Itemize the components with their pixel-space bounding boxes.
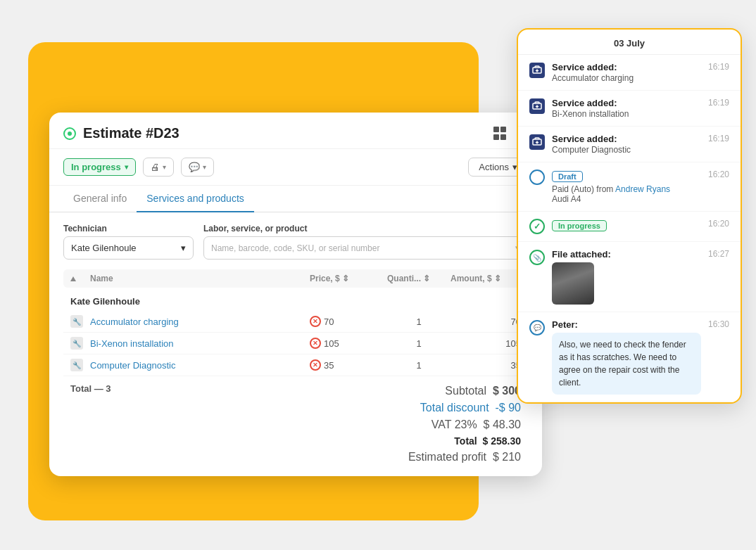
tab-bar: General info Services and products (49, 186, 542, 212)
subtotal-line: Subtotal $ 300 (445, 383, 521, 399)
tl-time: 16:30 (708, 319, 729, 329)
tl-title: Service added: (552, 134, 701, 144)
timeline-item-3: Draft Paid (Auto) from Andrew RyansAudi … (518, 162, 741, 212)
timeline-card: 03 July Service added: Accumulator charg… (517, 28, 742, 404)
table-header: Name Price, $ ⇕ Quanti... ⇕ Amount, $ ⇕ (63, 269, 528, 288)
tl-title: Service added: (552, 62, 701, 72)
labor-placeholder: Name, barcode, code, SKU, or serial numb… (211, 243, 379, 253)
tl-time: 16:19 (708, 134, 729, 143)
author-link[interactable]: Andrew Ryans (615, 184, 670, 194)
timeline-item-4: ✓ In progress 16:20 (518, 212, 741, 242)
technician-value: Kate Gilenhoule (71, 243, 137, 253)
tl-subtitle: Bi-Xenon installation (552, 109, 701, 119)
actions-label: Actions (479, 162, 509, 172)
amount-value: 105 (451, 338, 521, 349)
print-button[interactable]: 🖨 ▾ (143, 158, 174, 177)
timeline-content: Service added: Computer Diagnostic (552, 134, 701, 155)
amount-value: 70 (451, 316, 521, 327)
discount-label: Total discount (420, 402, 489, 414)
tl-person-name: Peter: (552, 319, 701, 330)
status-chevron-icon: ▾ (125, 163, 128, 171)
status-indicator-icon (63, 127, 76, 140)
print-icon: 🖨 (151, 162, 160, 172)
item-name[interactable]: Computer Diagnostic (90, 360, 310, 371)
discount-line: Total discount -$ 90 (420, 400, 521, 416)
total-count: Total — 3 (70, 383, 111, 465)
technician-field-group: Technician Kate Gilenhoule ▾ (63, 224, 194, 260)
profit-value: $ 210 (493, 451, 521, 463)
card-title: Estimate #D23 (83, 125, 493, 141)
tl-time: 16:19 (708, 98, 729, 108)
timeline-date: 03 July (518, 30, 741, 55)
row-service-icon (70, 315, 83, 328)
tl-subtitle: Computer Diagnostic (552, 145, 701, 155)
timeline-content: Service added: Accumulator charging (552, 62, 701, 83)
qty-value: 1 (387, 316, 451, 327)
price-value: 70 (324, 316, 334, 327)
qr-icon[interactable] (493, 127, 508, 141)
labor-label: Labor, service, or product (203, 224, 528, 234)
tab-services-products[interactable]: Services and products (137, 186, 254, 212)
labor-input[interactable]: Name, barcode, code, SKU, or serial numb… (203, 236, 528, 260)
tl-title: Service added: (552, 98, 701, 108)
profit-label: Estimated profit (408, 451, 486, 463)
timeline-item-5: 📎 File attached: 16:27 (518, 242, 741, 312)
draft-icon (529, 170, 545, 185)
total-label: Total (454, 435, 477, 447)
timeline-content: In progress (552, 219, 701, 231)
qty-value: 1 (387, 338, 451, 349)
table-row: Accumulator charging ✕ 70 1 70 (63, 311, 528, 333)
labor-field-group: Labor, service, or product Name, barcode… (203, 224, 528, 260)
timeline-content: Draft Paid (Auto) from Andrew RyansAudi … (552, 170, 701, 204)
tl-time: 16:20 (708, 219, 729, 229)
chat-chevron-icon: ▾ (203, 163, 206, 171)
subtotal-label: Subtotal (445, 385, 486, 397)
chat-icon: 💬 (189, 162, 200, 172)
draft-badge: Draft (552, 171, 583, 182)
vat-line: VAT 23% $ 48.30 (431, 417, 521, 433)
timeline-item-0: Service added: Accumulator charging 16:1… (518, 55, 741, 91)
service-added-icon (529, 134, 545, 150)
row-service-icon (70, 359, 83, 371)
tl-time: 16:19 (708, 62, 729, 72)
price-value: 105 (324, 338, 339, 349)
card-body: Technician Kate Gilenhoule ▾ Labor, serv… (49, 212, 542, 476)
col-price: Price, $ ⇕ (310, 274, 387, 283)
status-badge[interactable]: In progress ▾ (63, 158, 136, 176)
row-service-icon (70, 337, 83, 350)
col-name: Name (90, 274, 310, 283)
tl-subtitle: Accumulator charging (552, 73, 701, 83)
tl-time: 16:20 (708, 170, 729, 179)
price-cell: ✕ 105 (310, 338, 387, 349)
totals-section: Total — 3 Subtotal $ 300 Total discount … (63, 383, 528, 465)
attached-image[interactable] (552, 262, 594, 305)
service-added-icon (529, 98, 545, 114)
item-name[interactable]: Accumulator charging (90, 316, 310, 327)
tl-title: File attached: (552, 249, 701, 260)
tab-general-info[interactable]: General info (63, 186, 137, 212)
inprogress-icon: ✓ (529, 219, 545, 234)
technician-label: Technician (63, 224, 194, 234)
technician-select[interactable]: Kate Gilenhoule ▾ (63, 236, 194, 260)
item-name[interactable]: Bi-Xenon installation (90, 338, 310, 349)
estimate-card: Estimate #D23 ✕ In progress ▾ 🖨 ▾ 💬 ▾ Ac… (49, 113, 542, 476)
section-title: Kate Gilenhoule (63, 290, 528, 311)
vat-label: VAT 23% (431, 418, 477, 431)
col-amount: Amount, $ ⇕ (451, 274, 521, 283)
tl-message: Also, we need to check the fender as it … (552, 333, 701, 395)
timeline-item-2: Service added: Computer Diagnostic 16:19 (518, 127, 741, 162)
timeline-content: Service added: Bi-Xenon installation (552, 98, 701, 119)
col-quantity: Quanti... ⇕ (387, 274, 451, 283)
timeline-item-1: Service added: Bi-Xenon installation 16:… (518, 91, 741, 127)
profit-line: Estimated profit $ 210 (408, 449, 521, 465)
timeline-item-6: 💬 Peter: Also, we need to check the fend… (518, 312, 741, 402)
chat-button[interactable]: 💬 ▾ (181, 158, 214, 177)
technician-chevron-icon: ▾ (181, 243, 186, 253)
table-row: Bi-Xenon installation ✕ 105 1 105 (63, 333, 528, 354)
form-row: Technician Kate Gilenhoule ▾ Labor, serv… (63, 224, 528, 260)
price-cell: ✕ 35 (310, 359, 387, 371)
message-icon: 💬 (529, 320, 545, 335)
qty-value: 1 (387, 360, 451, 371)
sort-icon[interactable] (70, 274, 90, 283)
print-chevron-icon: ▾ (163, 163, 166, 171)
